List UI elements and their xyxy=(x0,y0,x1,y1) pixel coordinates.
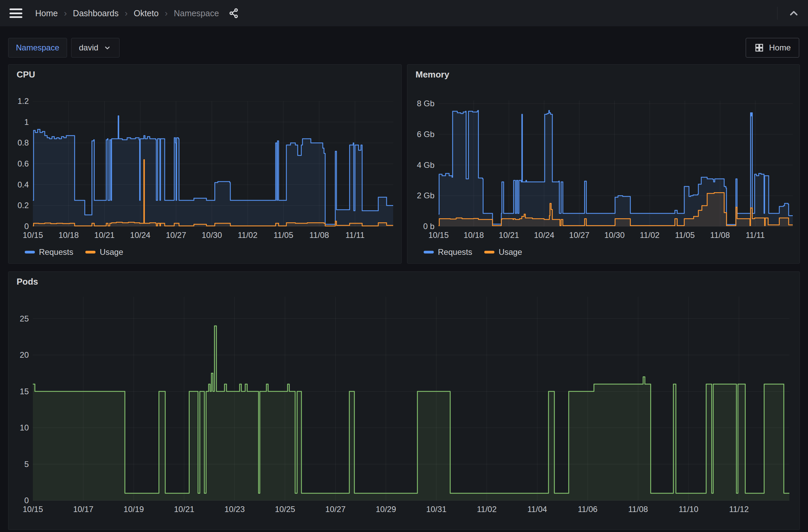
panel-title-memory[interactable]: Memory xyxy=(416,69,449,80)
x-axis-tick: 10/15 xyxy=(420,230,457,240)
x-axis-tick: 11/11 xyxy=(336,230,373,240)
x-axis-tick: 10/27 xyxy=(317,505,354,514)
y-axis-tick: 0.4 xyxy=(8,180,29,189)
panel-title-pods[interactable]: Pods xyxy=(17,277,38,287)
panel-cpu: CPU Requests Usage 00.20.40.60.811.210/1… xyxy=(8,64,402,264)
y-axis-tick: 25 xyxy=(8,315,29,323)
x-axis-tick: 11/06 xyxy=(569,505,606,514)
x-axis-tick: 11/02 xyxy=(468,505,505,514)
x-axis-tick: 11/10 xyxy=(670,505,707,514)
apps-grid-icon xyxy=(754,43,764,53)
share-icon[interactable] xyxy=(228,7,239,19)
y-axis-tick: 6 Gb xyxy=(407,130,435,139)
breadcrumb: Home › Dashboards › Okteto › Namespace xyxy=(35,8,219,19)
legend-item-usage[interactable]: Usage xyxy=(85,247,123,257)
x-axis-tick: 11/08 xyxy=(619,505,657,514)
x-axis-tick: 10/31 xyxy=(418,505,455,514)
variable-select-namespace[interactable]: david xyxy=(71,38,120,58)
x-axis-tick: 10/24 xyxy=(122,230,159,240)
navbar: Home › Dashboards › Okteto › Namespace xyxy=(0,0,808,27)
x-axis-tick: 11/11 xyxy=(737,230,774,240)
x-axis-tick: 10/21 xyxy=(86,230,123,240)
x-axis-tick: 10/23 xyxy=(216,505,253,514)
x-axis-tick: 10/15 xyxy=(14,230,52,240)
legend-item-requests[interactable]: Requests xyxy=(25,247,73,257)
x-axis-tick: 10/24 xyxy=(526,230,563,240)
legend-label-requests: Requests xyxy=(39,247,73,257)
panel-title-cpu[interactable]: CPU xyxy=(17,69,35,80)
y-axis-tick: 1 xyxy=(8,118,29,127)
chevron-up-icon[interactable] xyxy=(788,7,800,19)
x-axis-tick: 10/27 xyxy=(158,230,195,240)
y-axis-tick: 0 xyxy=(8,222,29,231)
x-axis-tick: 10/30 xyxy=(193,230,230,240)
home-button-label: Home xyxy=(769,43,791,53)
x-axis-tick: 11/08 xyxy=(301,230,338,240)
y-axis-tick: 0 xyxy=(8,496,29,505)
x-axis-tick: 11/08 xyxy=(701,230,739,240)
x-axis-tick: 10/27 xyxy=(561,230,598,240)
x-axis-tick: 10/21 xyxy=(490,230,528,240)
x-axis-tick: 10/17 xyxy=(65,505,102,514)
chart-canvas[interactable] xyxy=(33,297,789,500)
legend-memory: Requests Usage xyxy=(424,247,522,257)
breadcrumb-okteto[interactable]: Okteto xyxy=(134,8,159,18)
x-axis-tick: 10/25 xyxy=(267,505,304,514)
variable-selected-value: david xyxy=(79,43,98,53)
x-axis-tick: 10/15 xyxy=(14,505,52,514)
legend-swatch-usage xyxy=(85,251,95,253)
x-axis-tick: 10/18 xyxy=(50,230,87,240)
y-axis-tick: 4 Gb xyxy=(407,161,435,170)
y-axis-tick: 0.8 xyxy=(8,138,29,147)
legend-swatch-usage xyxy=(484,251,494,253)
legend-swatch-requests xyxy=(25,251,35,253)
legend-label-usage: Usage xyxy=(498,247,522,257)
x-axis-tick: 10/21 xyxy=(166,505,203,514)
breadcrumb-namespace: Namespace xyxy=(174,8,219,18)
home-button[interactable]: Home xyxy=(746,38,799,58)
navbar-divider xyxy=(777,7,777,20)
menu-icon[interactable] xyxy=(10,8,22,18)
x-axis-tick: 11/02 xyxy=(229,230,266,240)
x-axis-tick: 10/19 xyxy=(115,505,152,514)
breadcrumb-dashboards[interactable]: Dashboards xyxy=(73,8,118,18)
chart-canvas[interactable] xyxy=(439,100,793,226)
legend-cpu: Requests Usage xyxy=(25,247,123,257)
legend-item-usage[interactable]: Usage xyxy=(484,247,522,257)
x-axis-tick: 11/05 xyxy=(666,230,703,240)
y-axis-tick: 0 b xyxy=(407,222,435,231)
breadcrumb-home[interactable]: Home xyxy=(35,8,58,18)
chevron-down-icon xyxy=(103,43,112,52)
legend-item-requests[interactable]: Requests xyxy=(424,247,472,257)
y-axis-tick: 0.6 xyxy=(8,159,29,168)
breadcrumb-separator: › xyxy=(64,8,67,19)
legend-label-requests: Requests xyxy=(438,247,472,257)
chart-canvas[interactable] xyxy=(33,101,393,226)
y-axis-tick: 0.2 xyxy=(8,201,29,210)
y-axis-tick: 10 xyxy=(8,423,29,432)
y-axis-tick: 2 Gb xyxy=(407,191,435,200)
series-pods xyxy=(33,326,789,493)
x-axis-tick: 11/04 xyxy=(518,505,556,514)
y-axis-tick: 1.2 xyxy=(8,97,29,106)
y-axis-tick: 8 Gb xyxy=(407,99,435,108)
breadcrumb-separator: › xyxy=(165,8,168,19)
y-axis-tick: 20 xyxy=(8,350,29,359)
x-axis-tick: 10/30 xyxy=(596,230,633,240)
breadcrumb-separator: › xyxy=(125,8,128,19)
variable-label-namespace: Namespace xyxy=(8,38,67,58)
x-axis-tick: 10/29 xyxy=(367,505,405,514)
panel-pods: Pods 051015202510/1510/1710/1910/2110/23… xyxy=(8,271,800,530)
x-axis-tick: 10/18 xyxy=(455,230,492,240)
x-axis-tick: 11/12 xyxy=(720,505,757,514)
legend-label-usage: Usage xyxy=(99,247,123,257)
navbar-right xyxy=(777,7,800,20)
panel-memory: Memory Requests Usage 0 b2 Gb4 Gb6 Gb8 G… xyxy=(407,64,800,264)
x-axis-tick: 11/02 xyxy=(631,230,668,240)
y-axis-tick: 15 xyxy=(8,387,29,396)
x-axis-tick: 11/05 xyxy=(265,230,302,240)
legend-swatch-requests xyxy=(424,251,434,253)
y-axis-tick: 5 xyxy=(8,460,29,469)
